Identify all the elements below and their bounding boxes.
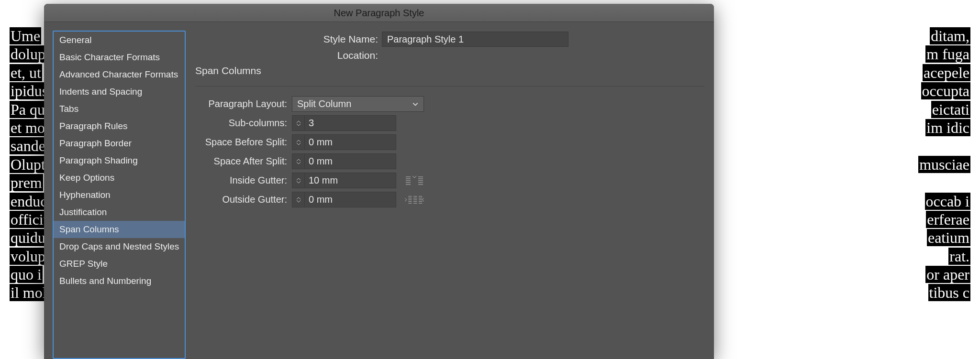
paragraph-layout-value: Split Column (297, 98, 351, 109)
style-name-label: Style Name: (195, 33, 382, 45)
outside-gutter-value[interactable]: 0 mm (305, 192, 396, 207)
inside-gutter-label: Inside Gutter: (195, 175, 292, 186)
space-after-stepper[interactable]: 0 mm (292, 153, 396, 169)
stepper-arrows-icon[interactable] (292, 154, 305, 169)
bg-text-right: ditam,m fugaacepeleoccuptaeictatiim idic… (918, 0, 980, 312)
inside-gutter-stepper[interactable]: 10 mm (292, 173, 396, 188)
outside-gutter-icon (405, 194, 424, 206)
outside-gutter-stepper[interactable]: 0 mm (292, 192, 396, 207)
stepper-arrows-icon[interactable] (292, 135, 305, 150)
stepper-arrows-icon[interactable] (292, 173, 305, 188)
sub-columns-label: Sub-columns: (195, 118, 292, 129)
sidebar-item[interactable]: Paragraph Shading (54, 152, 185, 169)
location-label: Location: (195, 50, 382, 61)
stepper-arrows-icon[interactable] (292, 116, 305, 131)
space-before-stepper[interactable]: 0 mm (292, 134, 396, 150)
sub-columns-stepper[interactable]: 3 (292, 115, 396, 131)
category-sidebar[interactable]: GeneralBasic Character FormatsAdvanced C… (53, 31, 186, 359)
inside-gutter-value[interactable]: 10 mm (305, 173, 396, 188)
sidebar-item[interactable]: Keep Options (54, 169, 185, 186)
sidebar-item[interactable]: Bullets and Numbering (54, 272, 185, 290)
sidebar-item[interactable]: Tabs (54, 100, 185, 118)
sidebar-item[interactable]: Basic Character Formats (54, 49, 185, 66)
sidebar-item[interactable]: Hyphenation (54, 186, 185, 204)
svg-line-5 (412, 176, 414, 178)
sidebar-item[interactable]: Advanced Character Formats (54, 66, 185, 83)
new-paragraph-style-dialog: New Paragraph Style GeneralBasic Charact… (44, 4, 714, 359)
inside-gutter-icon (405, 175, 424, 186)
paragraph-layout-label: Paragraph Layout: (195, 98, 292, 109)
paragraph-layout-select[interactable]: Split Column (292, 96, 424, 112)
sidebar-item[interactable]: Span Columns (54, 221, 185, 238)
sidebar-item[interactable]: Justification (54, 204, 185, 221)
sidebar-item[interactable]: Paragraph Border (54, 135, 185, 152)
sidebar-item[interactable]: Paragraph Rules (54, 118, 185, 135)
section-title: Span Columns (195, 65, 704, 76)
sidebar-item[interactable]: General (54, 32, 185, 49)
space-before-value[interactable]: 0 mm (305, 135, 396, 150)
sub-columns-value[interactable]: 3 (305, 116, 396, 131)
svg-line-6 (414, 176, 416, 178)
outside-gutter-label: Outside Gutter: (195, 194, 292, 205)
content-panel: Style Name: Location: Span Columns Parag… (189, 22, 714, 359)
sidebar-item[interactable]: Indents and Spacing (54, 83, 185, 100)
space-before-label: Space Before Split: (195, 137, 292, 148)
style-name-input[interactable] (382, 32, 568, 47)
separator (195, 86, 704, 87)
dialog-titlebar[interactable]: New Paragraph Style (44, 4, 714, 22)
stepper-arrows-icon[interactable] (292, 192, 305, 207)
space-after-value[interactable]: 0 mm (305, 154, 396, 169)
sidebar-item[interactable]: GREP Style (54, 255, 185, 272)
chevron-down-icon (412, 101, 419, 108)
sidebar-item[interactable]: Drop Caps and Nested Styles (54, 238, 185, 255)
space-after-label: Space After Split: (195, 156, 292, 167)
